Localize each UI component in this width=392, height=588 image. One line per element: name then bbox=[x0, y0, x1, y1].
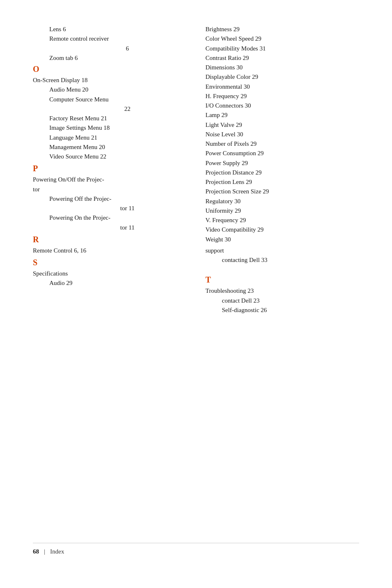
entry-computer-source-menu: Computer Source Menu bbox=[33, 95, 189, 104]
entry-weight: Weight 30 bbox=[205, 235, 359, 244]
section-r: R Remote Control 6, 16 bbox=[33, 233, 189, 255]
entry-light-valve: Light Valve 29 bbox=[205, 120, 359, 130]
entry-environmental: Environmental 30 bbox=[205, 82, 359, 92]
entry-zoom-tab: Zoom tab 6 bbox=[33, 53, 189, 63]
footer: 68 | Index bbox=[33, 543, 359, 555]
support-section: support contacting Dell 33 bbox=[205, 246, 359, 265]
entry-h-frequency: H. Frequency 29 bbox=[205, 92, 359, 101]
entry-factory-reset-menu: Factory Reset Menu 21 bbox=[33, 114, 189, 123]
entry-brightness: Brightness 29 bbox=[205, 25, 359, 34]
entry-contact-dell: contact Dell 23 bbox=[205, 296, 359, 305]
header-s: S bbox=[33, 258, 37, 267]
right-column: Brightness 29 Color Wheel Speed 29 Compa… bbox=[205, 25, 359, 526]
entry-v-frequency: V. Frequency 29 bbox=[205, 216, 359, 225]
content-area: Lens 6 Remote control receiver 6 Zoom ta… bbox=[33, 25, 359, 526]
entry-io-connectors: I/O Connectors 30 bbox=[205, 101, 359, 110]
entry-powering-onoff: Powering On/Off the Projec- bbox=[33, 175, 189, 184]
specs-list: Brightness 29 Color Wheel Speed 29 Compa… bbox=[205, 25, 359, 244]
footer-separator: | bbox=[44, 548, 45, 555]
header-p: P bbox=[33, 164, 38, 173]
entry-management-menu: Management Menu 20 bbox=[33, 142, 189, 152]
page: Lens 6 Remote control receiver 6 Zoom ta… bbox=[0, 0, 392, 588]
entry-onscreen-display: On-Screen Display 18 bbox=[33, 76, 189, 85]
entry-uniformity: Uniformity 29 bbox=[205, 206, 359, 216]
entry-video-compatibility: Video Compatibility 29 bbox=[205, 225, 359, 234]
section-t: T Troubleshooting 23 contact Dell 23 Sel… bbox=[205, 273, 359, 315]
entry-compatibility-modes: Compatibility Modes 31 bbox=[205, 44, 359, 53]
entry-projection-lens: Projection Lens 29 bbox=[205, 177, 359, 187]
header-t: T bbox=[205, 275, 211, 284]
entry-color-wheel-speed: Color Wheel Speed 29 bbox=[205, 34, 359, 44]
entry-self-diagnostic: Self-diagnostic 26 bbox=[205, 305, 359, 315]
entry-noise-level: Noise Level 30 bbox=[205, 130, 359, 139]
left-column: Lens 6 Remote control receiver 6 Zoom ta… bbox=[33, 25, 189, 526]
entry-lamp: Lamp 29 bbox=[205, 110, 359, 120]
entry-dimensions: Dimensions 30 bbox=[205, 63, 359, 72]
entry-specifications: Specifications bbox=[33, 269, 189, 278]
entry-number-of-pixels: Number of Pixels 29 bbox=[205, 139, 359, 149]
header-r: R bbox=[33, 235, 39, 244]
entry-remote-control-cont: 6 bbox=[33, 44, 189, 53]
entry-projection-screen-size: Projection Screen Size 29 bbox=[205, 187, 359, 196]
header-o: O bbox=[33, 64, 39, 74]
entry-remote-control: Remote control receiver bbox=[33, 34, 189, 44]
entry-image-settings-menu: Image Settings Menu 18 bbox=[33, 123, 189, 133]
entry-power-consumption: Power Consumption 29 bbox=[205, 149, 359, 158]
entry-troubleshooting: Troubleshooting 23 bbox=[205, 286, 359, 296]
entry-regulatory: Regulatory 30 bbox=[205, 197, 359, 206]
entry-video-source-menu: Video Source Menu 22 bbox=[33, 152, 189, 161]
entry-projection-distance: Projection Distance 29 bbox=[205, 168, 359, 177]
entry-audio-menu: Audio Menu 20 bbox=[33, 85, 189, 94]
footer-page-number: 68 bbox=[33, 548, 39, 555]
entry-powering-off-cont: tor 11 bbox=[33, 204, 189, 213]
entry-powering-on-cont: tor 11 bbox=[33, 223, 189, 232]
section-o: O On-Screen Display 18 Audio Menu 20 Com… bbox=[33, 63, 189, 161]
section-s: S Specifications Audio 29 bbox=[33, 256, 189, 288]
entry-audio: Audio 29 bbox=[33, 278, 189, 288]
entry-lens: Lens 6 bbox=[33, 25, 189, 34]
section-p: P Powering On/Off the Projec- tor Poweri… bbox=[33, 162, 189, 232]
entry-powering-onoff-cont: tor bbox=[33, 185, 189, 194]
entry-language-menu: Language Menu 21 bbox=[33, 133, 189, 142]
footer-index-label: Index bbox=[50, 548, 64, 555]
entry-powering-off: Powering Off the Projec- bbox=[33, 194, 189, 204]
entry-contrast-ratio: Contrast Ratio 29 bbox=[205, 53, 359, 63]
entry-remote-control-main: Remote Control 6, 16 bbox=[33, 246, 189, 255]
entry-contacting-dell: contacting Dell 33 bbox=[205, 255, 359, 265]
entry-computer-source-menu-num: 22 bbox=[33, 104, 189, 114]
entry-powering-on: Powering On the Projec- bbox=[33, 213, 189, 223]
top-entries: Lens 6 Remote control receiver 6 Zoom ta… bbox=[33, 25, 189, 63]
entry-displayable-color: Displayable Color 29 bbox=[205, 72, 359, 82]
entry-support: support bbox=[205, 246, 359, 255]
entry-power-supply: Power Supply 29 bbox=[205, 158, 359, 168]
